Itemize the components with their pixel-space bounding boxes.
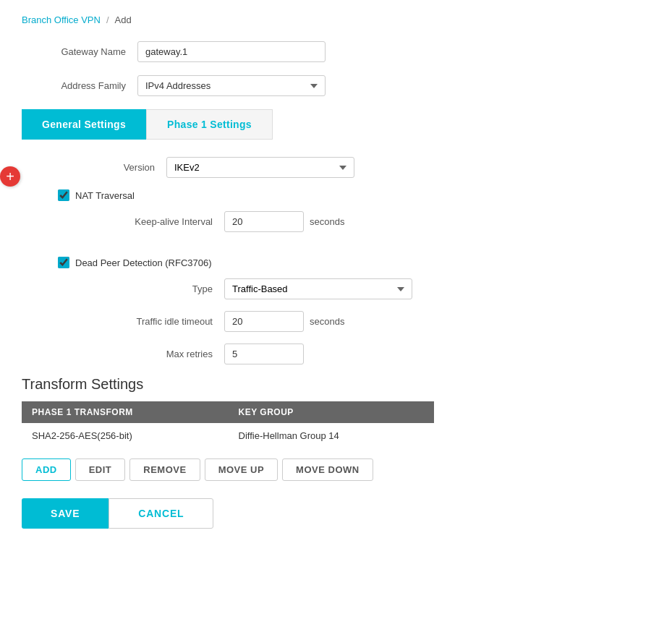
gateway-name-label: Gateway Name xyxy=(22,46,137,57)
tab-phase1-settings[interactable]: Phase 1 Settings xyxy=(146,109,273,140)
remove-button[interactable]: REMOVE xyxy=(129,458,200,481)
version-row: Version IKEv2 IKEv1 xyxy=(22,157,650,178)
dead-peer-row: Dead Peer Detection (RFC3706) xyxy=(58,257,650,268)
dead-peer-label: Dead Peer Detection (RFC3706) xyxy=(75,257,212,268)
edit-button[interactable]: EDIT xyxy=(75,458,126,481)
transform-settings-title: Transform Settings xyxy=(22,376,650,393)
traffic-idle-row: Traffic idle timeout seconds xyxy=(80,311,650,332)
bottom-actions: SAVE CANCEL xyxy=(22,498,650,529)
breadcrumb-current: Add xyxy=(115,14,132,25)
plus-icon: + xyxy=(6,168,14,185)
address-family-row: Address Family IPv4 Addresses IPv6 Addre… xyxy=(22,75,650,96)
table-actions: ADD EDIT REMOVE MOVE UP MOVE DOWN xyxy=(22,458,650,481)
breadcrumb-link[interactable]: Branch Office VPN xyxy=(22,14,101,25)
version-select[interactable]: IKEv2 IKEv1 xyxy=(166,157,354,178)
col-key-group: KEY GROUP xyxy=(229,401,434,423)
move-up-button[interactable]: MOVE UP xyxy=(205,458,278,481)
nat-traversal-checkbox[interactable] xyxy=(58,189,69,201)
save-button[interactable]: SAVE xyxy=(22,498,109,529)
gateway-name-input[interactable] xyxy=(137,41,326,62)
side-fab-button[interactable]: + xyxy=(0,166,20,187)
transform-table: PHASE 1 TRANSFORM KEY GROUP SHA2-256-AES… xyxy=(22,401,434,448)
add-button[interactable]: ADD xyxy=(22,458,71,481)
max-retries-label: Max retries xyxy=(80,349,224,359)
type-select[interactable]: Traffic-Based On-demand Disabled xyxy=(224,278,412,299)
gateway-name-row: Gateway Name xyxy=(22,41,650,62)
dead-peer-checkbox[interactable] xyxy=(58,257,69,268)
type-row: Type Traffic-Based On-demand Disabled xyxy=(80,278,650,299)
max-retries-input[interactable] xyxy=(224,344,304,364)
keepalive-row: Keep-alive Interval seconds xyxy=(80,211,650,232)
tab-general-settings[interactable]: General Settings xyxy=(22,109,146,140)
move-down-button[interactable]: MOVE DOWN xyxy=(282,458,373,481)
traffic-idle-label: Traffic idle timeout xyxy=(80,316,224,327)
breadcrumb: Branch Office VPN / Add xyxy=(22,14,650,25)
max-retries-row: Max retries xyxy=(80,344,650,364)
tabs-container: General Settings Phase 1 Settings xyxy=(22,109,650,140)
version-label: Version xyxy=(22,162,166,173)
keepalive-label: Keep-alive Interval xyxy=(80,216,224,227)
keepalive-input[interactable] xyxy=(224,211,304,232)
cancel-button[interactable]: CANCEL xyxy=(109,498,213,529)
traffic-idle-input[interactable] xyxy=(224,311,304,332)
traffic-idle-unit: seconds xyxy=(310,316,344,327)
transform-settings-section: Transform Settings PHASE 1 TRANSFORM KEY… xyxy=(22,376,650,481)
table-row[interactable]: SHA2-256-AES(256-bit) Diffie-Hellman Gro… xyxy=(22,423,434,448)
keepalive-unit: seconds xyxy=(310,216,344,227)
col-phase1-transform: PHASE 1 TRANSFORM xyxy=(22,401,229,423)
address-family-label: Address Family xyxy=(22,80,137,91)
address-family-select[interactable]: IPv4 Addresses IPv6 Addresses xyxy=(137,75,326,96)
key-group-cell: Diffie-Hellman Group 14 xyxy=(229,423,434,448)
nat-traversal-label: NAT Traversal xyxy=(75,190,135,201)
breadcrumb-separator: / xyxy=(106,14,109,25)
transform-cell: SHA2-256-AES(256-bit) xyxy=(22,423,229,448)
type-label: Type xyxy=(80,283,224,294)
nat-traversal-row: NAT Traversal xyxy=(58,189,650,201)
